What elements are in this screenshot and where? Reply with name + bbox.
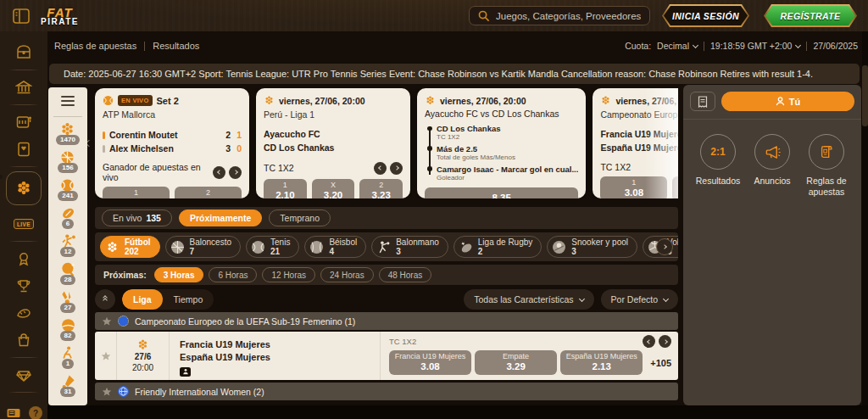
league-header-1[interactable]: Campeonato Europeo de la UEFA Sub-19 Fem… [95,312,678,330]
nav-treasure-chest-icon[interactable] [9,42,38,64]
rail-sport-rugby[interactable]: 6 [60,205,76,229]
market-next-icon[interactable] [659,335,671,348]
filter-en-vivo[interactable]: En vivo 135 [102,210,172,226]
match-datetime: viernes, 27/06, 20:00 [440,96,526,106]
sports-tabs-next-icon[interactable] [656,238,673,255]
strip-divider [806,42,807,51]
rail-sport-tenis[interactable]: 241 [58,177,77,201]
time-12h[interactable]: 12 Horas [262,267,315,282]
rail-menu-button[interactable] [61,94,75,108]
collapse-all-button[interactable] [95,289,115,310]
market-prev-icon[interactable] [374,162,387,175]
favorite-star-icon[interactable] [102,316,112,327]
odds-button-draw[interactable]: Empate 3.29 [475,350,557,375]
odds-button[interactable]: 2 2.80 [175,187,242,198]
group-by-liga[interactable]: Liga [122,289,163,310]
market-next-icon[interactable] [390,162,403,175]
market-prev-icon[interactable] [213,166,225,179]
favorite-star-icon[interactable] [95,332,117,380]
sidebar-toggle-button[interactable] [13,8,30,24]
odds-button[interactable]: X 3.20 [312,179,355,198]
features-dropdown[interactable]: Todas las Características [464,289,593,310]
match-row[interactable]: 27/6 20:00 Francia U19 Mujeres España U1… [95,332,678,380]
nav-shop-bag-icon[interactable] [9,329,38,351]
register-button[interactable]: REGÍSTRATE [764,4,857,27]
odds-button[interactable]: 2 3.23 [359,179,403,198]
odds-button[interactable]: 1 2.10 [264,179,307,198]
rail-sport-futbol[interactable]: 1470 [56,121,80,145]
shortcut-reglas[interactable]: Reglas de apuestas [800,134,853,198]
sort-dropdown[interactable]: Por Defecto [601,289,678,310]
filter-label: Próximamente [190,213,251,223]
tab-beisbol[interactable]: Béisbol4 [304,236,366,258]
tab-futbol[interactable]: Fútbol202 [100,236,160,258]
tab-liga-de-rugby[interactable]: Liga de Rugby2 [453,236,542,258]
nav-sports-icon[interactable] [6,171,42,205]
nav-live-betting-icon[interactable]: LIVE [9,213,38,235]
odds-button-away[interactable]: España U19 Mujeres 2.13 [560,350,643,375]
league-title: Campeonato Europeo de la UEFA Sub-19 Fem… [135,316,355,327]
player-name: Corentin Moutet [109,130,178,140]
cashier-icon[interactable] [5,402,22,419]
nav-casino-icon[interactable] [9,76,38,98]
brand-logo[interactable]: FAT PIRATE [41,6,79,26]
timezone-select[interactable]: 19:18:59 GMT +2:00 [710,41,800,51]
rail-sport-balonmano[interactable]: 12 [60,233,76,257]
group-by-tiempo[interactable]: Tiempo [163,289,214,310]
filter-proximamente[interactable]: Próximamente [179,210,262,226]
prematch-card-2[interactable]: viernes, 27/06, 20:00 Campeonato Europeo… [593,88,678,198]
tab-baloncesto[interactable]: Baloncesto7 [165,236,241,258]
cuota-select[interactable]: Decimal [657,41,698,51]
tab-label: Balonmano [396,237,439,247]
favorite-star-icon[interactable] [102,387,112,397]
combo-bet-card[interactable]: viernes, 27/06, 20:00 Ayacucho FC vs CD … [417,88,586,198]
hamburger-icon [61,100,75,102]
shortcut-anuncios[interactable]: Anuncios [746,134,798,198]
rail-sport-tenis-de-mesa[interactable]: 28 [60,261,76,285]
nav-slots-icon[interactable] [9,111,38,133]
time-option-label: 48 Horas [388,271,423,280]
megaphone-icon [754,134,790,170]
odds-button-home[interactable]: Francia U19 Mujeres 3.08 [389,350,471,375]
search-bar[interactable] [469,6,650,25]
live-match-card[interactable]: EN VIVO Set 2 ATP Mallorca Corentin Mout… [95,88,249,198]
rail-sport-baloncesto[interactable]: 156 [58,149,77,173]
search-input[interactable] [496,11,641,21]
prematch-card-1[interactable]: viernes, 27/06, 20:00 Perú - Liga 1 Ayac… [256,88,410,198]
scrollbar-thumb[interactable] [862,65,868,126]
tab-balonmano[interactable]: Balonmano3 [371,236,448,258]
lineups-icon[interactable] [180,367,191,377]
odds-button[interactable]: 1 1.46 [103,187,170,198]
page-scrollbar[interactable] [862,31,868,405]
tab-tenis[interactable]: Tenis21 [246,236,299,258]
time-48h[interactable]: 48 Horas [379,267,432,282]
time-3h[interactable]: 3 Horas [154,267,204,282]
market-prev-icon[interactable] [643,335,655,348]
match-market-area: TC 1X2 Francia U19 Mujeres 3.08 Empate 3… [380,332,678,380]
time-6h[interactable]: 6 Horas [209,267,257,282]
market-next-icon[interactable] [229,166,242,179]
tab-snooker-y-pool[interactable]: Snooker y pool3 [547,236,637,258]
nav-trophy-icon[interactable] [9,275,38,297]
combo-odds-button[interactable]: 8.35 [425,187,578,198]
you-button[interactable]: Tú [721,92,854,111]
help-icon[interactable]: ? [29,406,42,419]
nav-snacks-icon[interactable] [9,302,38,324]
nav-vip-diamond-icon[interactable] [9,364,38,386]
nav-card-games-icon[interactable] [9,138,38,160]
results-link[interactable]: Resultados [153,41,199,51]
shortcut-resultados[interactable]: 2:1 Resultados [692,134,744,198]
betslip-icon[interactable] [690,92,715,111]
more-markets-count[interactable]: +105 [650,358,671,368]
rail-sport-baloncesto-2[interactable]: 82 [60,317,76,341]
rail-sport-cricket[interactable]: 31 [60,373,76,397]
rail-sport-badminton[interactable]: 27 [60,289,76,313]
nav-medal-icon[interactable] [9,248,38,270]
login-button-label: INICIA SESIÓN [672,11,739,21]
rail-sport-ciclismo[interactable]: 1 [60,345,76,369]
league-header-2[interactable]: Friendly International Women (2) [95,383,678,400]
filter-temprano[interactable]: Temprano [269,210,331,226]
time-24h[interactable]: 24 Horas [320,267,374,282]
login-button[interactable]: INICIA SESIÓN [662,4,749,27]
rules-link[interactable]: Reglas de apuestas [54,41,136,51]
